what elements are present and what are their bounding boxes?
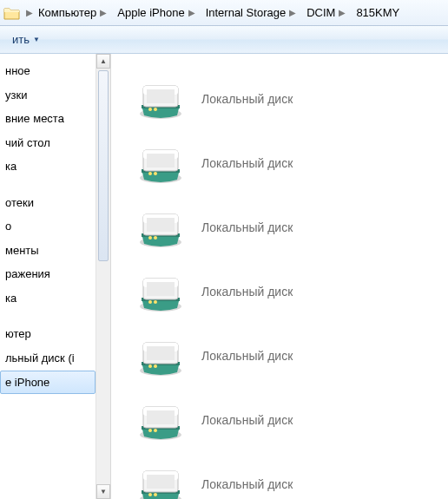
sidebar-item[interactable]: ка xyxy=(0,154,96,179)
file-list: Локальный дискЛокальный дискЛокальный ди… xyxy=(111,54,448,499)
sidebar-item[interactable]: чий стол xyxy=(0,131,96,155)
file-label: Локальный диск xyxy=(201,156,293,170)
breadcrumb-item[interactable]: DCIM ▶ xyxy=(303,0,352,25)
sidebar-item[interactable]: льный диск (і xyxy=(0,346,96,371)
sidebar-scrollbar[interactable]: ▲ ▼ xyxy=(96,54,110,499)
breadcrumb-item[interactable]: 815KMY xyxy=(352,0,405,25)
organize-button[interactable]: ить ▼ xyxy=(7,30,45,50)
breadcrumb-item[interactable]: Компьютер ▶ xyxy=(35,0,114,25)
sidebar-item[interactable]: ютер xyxy=(0,322,96,346)
file-item[interactable]: Локальный диск xyxy=(137,71,448,127)
breadcrumb-label: DCIM xyxy=(306,6,335,19)
file-label: Локальный диск xyxy=(201,477,293,491)
sidebar-item[interactable]: вние места xyxy=(0,107,96,131)
local-disk-icon xyxy=(137,141,184,185)
file-label: Локальный диск xyxy=(201,92,293,106)
organize-label: ить xyxy=(12,33,30,46)
toolbar: ить ▼ xyxy=(0,26,448,54)
file-label: Локальный диск xyxy=(201,220,293,234)
sidebar-item[interactable]: e iPhone xyxy=(0,371,96,395)
local-disk-icon xyxy=(137,334,184,378)
file-item[interactable]: Локальный диск xyxy=(137,392,448,448)
scroll-track[interactable] xyxy=(96,69,110,484)
scroll-up-icon[interactable]: ▲ xyxy=(96,54,110,69)
sidebar-item[interactable]: менты xyxy=(0,239,96,263)
breadcrumb-label: 815KMY xyxy=(356,6,399,19)
breadcrumb-label: Компьютер xyxy=(38,6,96,19)
local-disk-icon xyxy=(137,463,184,499)
sidebar-item[interactable]: отеки xyxy=(0,191,96,215)
file-item[interactable]: Локальный диск xyxy=(137,135,448,191)
file-label: Локальный диск xyxy=(201,413,293,427)
local-disk-icon xyxy=(137,77,184,121)
sidebar-item[interactable]: узки xyxy=(0,83,96,108)
chevron-right-icon: ▶ xyxy=(335,8,347,17)
sidebar-item[interactable]: о xyxy=(0,214,96,239)
breadcrumb-label: Internal Storage xyxy=(206,6,287,19)
file-label: Локальный диск xyxy=(201,285,293,299)
chevron-right-icon: ▶ xyxy=(96,8,109,17)
navigation-pane: нноеузкивние местачий столкаотекиоментыр… xyxy=(0,54,111,499)
file-label: Локальный диск xyxy=(201,349,293,363)
scroll-thumb[interactable] xyxy=(98,70,109,261)
chevron-right-icon: ▶ xyxy=(23,8,35,17)
folder-icon xyxy=(3,4,21,22)
breadcrumb-item[interactable]: Internal Storage ▶ xyxy=(202,0,304,25)
file-item[interactable]: Локальный диск xyxy=(137,200,448,255)
chevron-right-icon: ▶ xyxy=(185,8,197,17)
file-item[interactable]: Локальный диск xyxy=(137,456,448,499)
file-item[interactable]: Локальный диск xyxy=(137,264,448,319)
breadcrumb-label: Apple iPhone xyxy=(117,6,184,19)
chevron-down-icon: ▼ xyxy=(33,36,40,43)
sidebar-item[interactable]: нное xyxy=(0,59,96,83)
local-disk-icon xyxy=(137,398,184,442)
breadcrumb-item[interactable]: Apple iPhone ▶ xyxy=(114,0,201,25)
file-item[interactable]: Локальный диск xyxy=(137,328,448,384)
sidebar-item[interactable]: ка xyxy=(0,286,96,311)
sidebar-item[interactable]: ражения xyxy=(0,262,96,286)
local-disk-icon xyxy=(137,206,184,249)
address-bar: ▶ Компьютер ▶ Apple iPhone ▶ Internal St… xyxy=(0,0,448,26)
local-disk-icon xyxy=(137,270,184,313)
chevron-right-icon: ▶ xyxy=(286,8,298,17)
scroll-down-icon[interactable]: ▼ xyxy=(96,484,110,499)
